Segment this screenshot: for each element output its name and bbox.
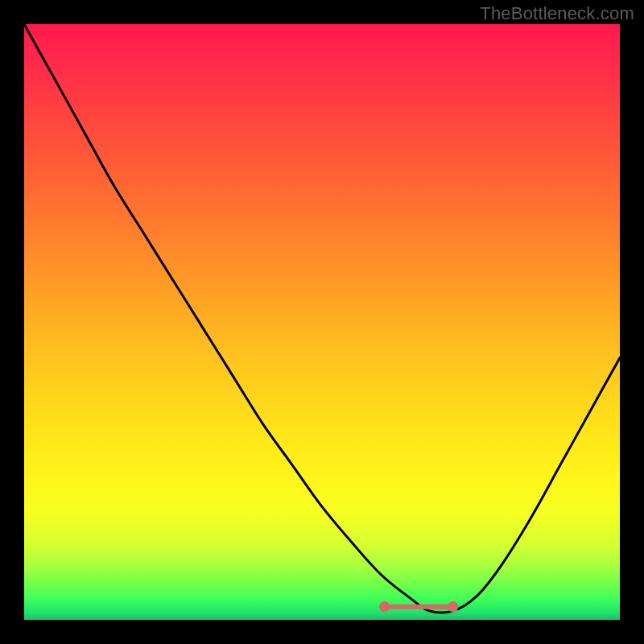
bottleneck-curve xyxy=(24,24,620,613)
optimal-range-dot-right xyxy=(448,601,458,612)
chart-frame: TheBottleneck.com xyxy=(0,0,644,644)
attribution-text: TheBottleneck.com xyxy=(480,3,634,24)
optimal-range-dot-left xyxy=(379,601,390,612)
plot-area xyxy=(24,24,620,620)
curve-layer xyxy=(24,24,620,620)
optimal-range-indicator xyxy=(379,601,458,612)
